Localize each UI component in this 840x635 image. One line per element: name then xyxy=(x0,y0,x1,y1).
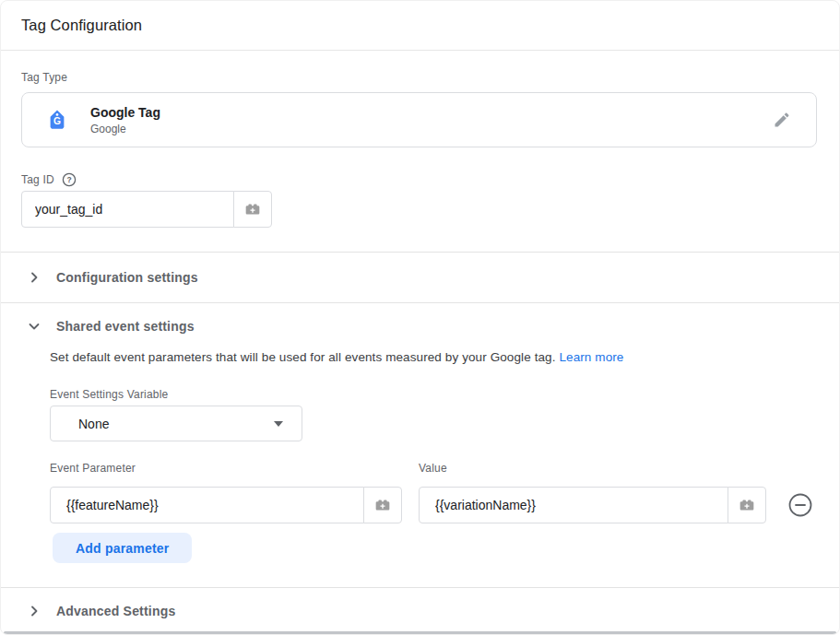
variable-picker-button[interactable] xyxy=(233,191,272,228)
tag-type-vendor: Google xyxy=(90,123,160,135)
description-text: Set default event parameters that will b… xyxy=(50,350,556,364)
brick-plus-icon xyxy=(737,495,757,515)
dropdown-arrow-icon xyxy=(274,421,283,427)
google-tag-icon: G xyxy=(45,108,69,132)
svg-text:?: ? xyxy=(66,175,71,184)
section-configuration-settings[interactable]: Configuration settings xyxy=(1,252,839,302)
value-field-group xyxy=(419,487,766,523)
select-value: None xyxy=(78,417,109,431)
chevron-right-icon xyxy=(27,270,41,285)
tag-type-card[interactable]: G Google Tag Google xyxy=(21,92,817,147)
page-title: Tag Configuration xyxy=(21,17,142,34)
tag-type-text: Google Tag Google xyxy=(90,105,160,135)
section-label: Advanced Settings xyxy=(56,604,175,618)
panel-bottom-edge xyxy=(4,631,836,634)
tag-id-input[interactable] xyxy=(21,191,234,228)
section-shared-event-settings[interactable]: Shared event settings xyxy=(1,302,839,349)
tag-configuration-panel: Tag Configuration Tag Type G Google Tag … xyxy=(0,0,840,635)
tag-type-name: Google Tag xyxy=(90,105,160,120)
tag-id-label: Tag ID xyxy=(21,173,54,186)
brick-plus-icon xyxy=(243,199,263,219)
section-advanced-settings[interactable]: Advanced Settings xyxy=(1,587,839,634)
minus-circle-icon xyxy=(787,492,813,518)
variable-picker-button[interactable] xyxy=(363,487,402,523)
section-label: Shared event settings xyxy=(56,319,195,334)
value-input[interactable] xyxy=(419,487,728,523)
event-parameter-field-group xyxy=(50,487,402,523)
event-settings-variable-select[interactable]: None xyxy=(50,406,302,441)
remove-parameter-button[interactable] xyxy=(787,492,813,518)
section-label: Configuration settings xyxy=(56,270,198,285)
help-icon[interactable]: ? xyxy=(62,172,77,187)
variable-picker-button[interactable] xyxy=(728,487,766,523)
learn-more-link[interactable]: Learn more xyxy=(559,350,623,364)
pencil-icon[interactable] xyxy=(773,111,791,129)
event-parameter-input[interactable] xyxy=(50,487,364,523)
tag-id-label-row: Tag ID ? xyxy=(21,172,77,187)
brick-plus-icon xyxy=(373,495,393,515)
event-parameter-label: Event Parameter xyxy=(50,462,136,475)
add-parameter-button[interactable]: Add parameter xyxy=(53,533,192,563)
chevron-down-icon xyxy=(27,319,41,334)
tag-type-label: Tag Type xyxy=(21,71,67,84)
shared-event-description: Set default event parameters that will b… xyxy=(50,350,802,364)
chevron-right-icon xyxy=(27,604,41,618)
tag-id-field-group xyxy=(21,191,272,228)
event-settings-variable-label: Event Settings Variable xyxy=(50,388,168,401)
value-label: Value xyxy=(419,462,447,475)
panel-header: Tag Configuration xyxy=(1,1,839,51)
svg-text:G: G xyxy=(53,116,61,126)
